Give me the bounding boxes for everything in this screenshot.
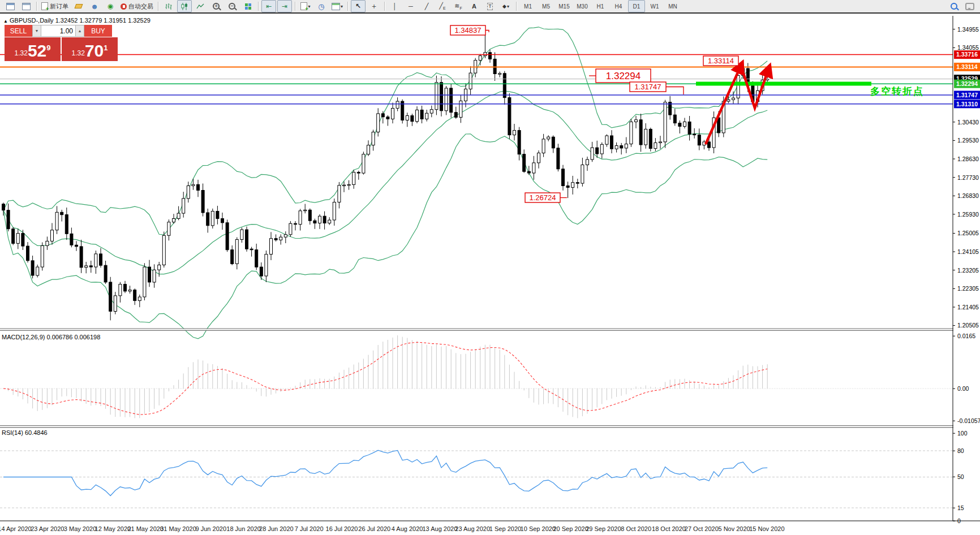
buy-button[interactable]: BUY bbox=[84, 25, 112, 37]
shapes-tool[interactable]: ◆▾ bbox=[498, 0, 513, 12]
timeframe-mn[interactable]: MN bbox=[664, 0, 681, 12]
templates-button[interactable]: ▾ bbox=[330, 0, 345, 12]
svg-text:29 Sep 2020: 29 Sep 2020 bbox=[586, 525, 621, 532]
volume-decrease-button[interactable]: ▼ bbox=[32, 25, 41, 37]
price-badge: 1.31747 bbox=[954, 91, 980, 100]
svg-text:18 Jun 2020: 18 Jun 2020 bbox=[226, 525, 261, 532]
svg-text:4 Aug 2020: 4 Aug 2020 bbox=[392, 525, 423, 532]
chat-button[interactable] bbox=[962, 0, 977, 12]
svg-text:1.26724: 1.26724 bbox=[530, 193, 556, 202]
indicators-button[interactable]: ＋▾ bbox=[298, 0, 313, 12]
chart-shift-button[interactable]: ⇥ bbox=[277, 0, 292, 12]
search-button[interactable] bbox=[947, 0, 961, 12]
svg-text:10 Sep 2020: 10 Sep 2020 bbox=[521, 525, 556, 532]
bar-chart-button[interactable] bbox=[161, 0, 176, 12]
line-chart-button[interactable] bbox=[193, 0, 208, 12]
svg-text:9 Jun 2020: 9 Jun 2020 bbox=[196, 525, 226, 532]
toolbar-separator bbox=[158, 2, 158, 11]
chevron-down-icon: ▼ bbox=[35, 29, 39, 33]
svg-text:23 Aug 2020: 23 Aug 2020 bbox=[455, 525, 490, 532]
svg-text:15: 15 bbox=[957, 504, 964, 511]
buy-price-main: 1.32 bbox=[72, 49, 85, 57]
chevron-down-icon: ▾ bbox=[507, 4, 509, 9]
svg-text:1.33716: 1.33716 bbox=[956, 51, 978, 58]
search-icon bbox=[951, 3, 957, 10]
auto-scroll-button[interactable]: ⇤ bbox=[261, 0, 276, 12]
one-click-trading-panel: SELL ▼ ▲ BUY 1.32 52 9 1.32 70 1 bbox=[5, 25, 118, 61]
chevron-up-icon: ▲ bbox=[78, 29, 82, 33]
zoom-in-button[interactable]: + bbox=[209, 0, 223, 12]
chart-area[interactable]: 1.348371.331141.322941.317471.26724多空转折点… bbox=[0, 0, 980, 535]
trend-arrow[interactable] bbox=[742, 68, 768, 108]
cursor-tool[interactable]: ↖ bbox=[351, 0, 366, 12]
text-label-icon: T bbox=[487, 3, 493, 10]
toolbar-separator bbox=[36, 2, 37, 11]
bollinger-band bbox=[3, 91, 767, 274]
timeframe-m30[interactable]: M30 bbox=[574, 0, 591, 12]
timeframe-m5[interactable]: M5 bbox=[538, 0, 555, 12]
svg-text:31 May 2020: 31 May 2020 bbox=[160, 525, 196, 532]
clock-icon: ◷ bbox=[318, 2, 324, 11]
symbol-ohlc: 1.32452 1.32779 1.31951 1.32529 bbox=[55, 17, 151, 24]
window-icon bbox=[6, 3, 15, 10]
svg-text:1.31747: 1.31747 bbox=[956, 92, 978, 98]
text-label-tool[interactable]: T bbox=[483, 0, 497, 12]
signals-button[interactable]: ◉ bbox=[103, 0, 118, 12]
candlestick-chart-button[interactable] bbox=[177, 0, 192, 12]
period-button[interactable]: ◷ bbox=[314, 0, 329, 12]
sell-price[interactable]: 1.32 52 9 bbox=[5, 37, 61, 61]
cursor-icon: ↖ bbox=[355, 2, 361, 10]
eraser-button[interactable] bbox=[71, 0, 86, 12]
note-text[interactable]: 多空转折点 bbox=[870, 85, 924, 97]
svg-text:1.26830: 1.26830 bbox=[957, 192, 979, 199]
timeframe-w1[interactable]: W1 bbox=[646, 0, 663, 12]
horizontal-line-tool[interactable]: ─ bbox=[403, 0, 418, 12]
fibonacci-tool[interactable]: ≋F bbox=[451, 0, 466, 12]
tile-windows-button[interactable] bbox=[240, 0, 255, 12]
price-annotation[interactable]: 1.33114 bbox=[703, 56, 738, 66]
accounts-button[interactable]: ☻ bbox=[87, 0, 102, 12]
toolbar: ＋ 新订单 ☻ ◉ 自动交易 + − ⇤ ⇥ ＋▾ ◷ ▾ ↖ bbox=[0, 0, 980, 14]
zoom-out-button[interactable]: − bbox=[225, 0, 239, 12]
horizontal-line-icon: ─ bbox=[409, 3, 413, 10]
signal-icon: ◉ bbox=[108, 2, 113, 10]
svg-text:13 Aug 2020: 13 Aug 2020 bbox=[423, 525, 458, 532]
fibonacci-icon: ≋F bbox=[454, 2, 462, 10]
svg-text:8 Oct 2020: 8 Oct 2020 bbox=[621, 525, 651, 532]
svg-text:5 Nov 2020: 5 Nov 2020 bbox=[718, 525, 750, 532]
sell-button[interactable]: SELL bbox=[5, 25, 32, 37]
toolbar-separator bbox=[347, 2, 348, 11]
vertical-line-tool[interactable]: │ bbox=[388, 0, 402, 12]
crosshair-tool[interactable]: ＋ bbox=[367, 0, 381, 12]
svg-text:1 Sep 2020: 1 Sep 2020 bbox=[489, 525, 521, 532]
collapse-triangle-icon[interactable]: ▲ bbox=[3, 19, 8, 24]
svg-text:16 Jul 2020: 16 Jul 2020 bbox=[326, 525, 358, 532]
svg-text:23 Apr 2020: 23 Apr 2020 bbox=[31, 525, 64, 532]
text-tool[interactable]: A bbox=[467, 0, 482, 12]
timeframe-h4[interactable]: H4 bbox=[610, 0, 627, 12]
price-annotation[interactable]: 1.26724 bbox=[525, 193, 560, 202]
timeframe-m1[interactable]: M1 bbox=[519, 0, 536, 12]
volume-input[interactable] bbox=[41, 25, 75, 37]
date-axis: 14 Apr 202023 Apr 20203 May 202012 May 2… bbox=[0, 525, 785, 532]
timeframe-m15[interactable]: M15 bbox=[556, 0, 573, 12]
highlight-bar[interactable] bbox=[696, 82, 871, 86]
volume-increase-button[interactable]: ▲ bbox=[75, 25, 84, 37]
buy-price[interactable]: 1.32 70 1 bbox=[62, 37, 118, 61]
auto-trading-button[interactable]: 自动交易 bbox=[119, 0, 155, 12]
new-chart-button[interactable] bbox=[3, 0, 18, 12]
chart-profile-button[interactable] bbox=[19, 0, 33, 12]
channel-tool[interactable]: ╱E bbox=[435, 0, 450, 12]
price-annotation[interactable]: 1.32294 bbox=[596, 69, 651, 83]
trendline-tool[interactable]: ╱ bbox=[419, 0, 434, 12]
symbol-name: GBPUSD-,Daily bbox=[10, 17, 54, 24]
svg-text:20 Sep 2020: 20 Sep 2020 bbox=[553, 525, 588, 532]
price-annotation[interactable]: 1.31747 bbox=[630, 82, 666, 92]
price-annotation[interactable]: 1.34837 bbox=[450, 25, 485, 35]
svg-text:1.24105: 1.24105 bbox=[957, 248, 979, 255]
new-order-button[interactable]: ＋ 新订单 bbox=[40, 0, 70, 12]
timeframe-d1[interactable]: D1 bbox=[628, 0, 645, 12]
svg-text:1.20505: 1.20505 bbox=[957, 322, 979, 329]
timeframe-h1[interactable]: H1 bbox=[592, 0, 609, 12]
shapes-icon: ◆ bbox=[502, 3, 506, 9]
